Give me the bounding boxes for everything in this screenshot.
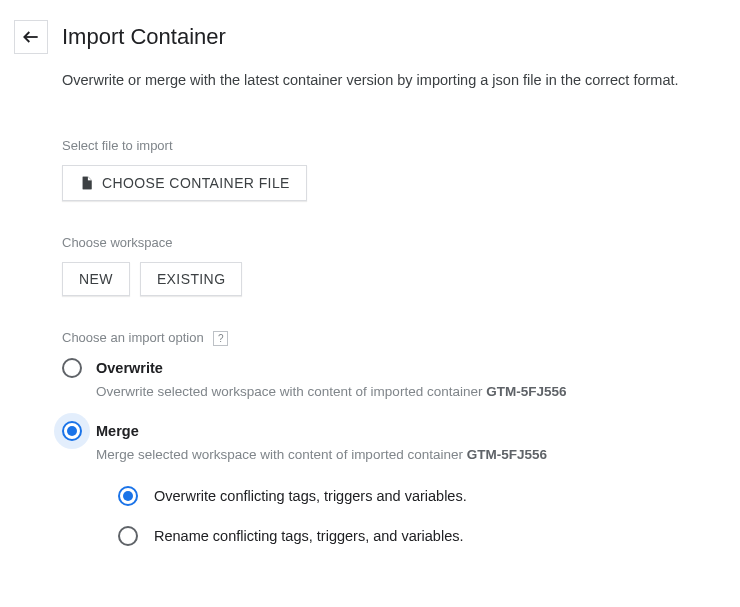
merge-desc: Merge selected workspace with content of… — [96, 447, 720, 462]
page-title: Import Container — [62, 24, 226, 50]
merge-overwrite-conflicts-label: Overwrite conflicting tags, triggers and… — [154, 488, 467, 504]
merge-rename-conflicts-radio[interactable] — [118, 526, 138, 546]
import-option-label: Choose an import option ? — [62, 330, 720, 346]
merge-rename-conflicts-label: Rename conflicting tags, triggers, and v… — [154, 528, 464, 544]
choose-file-button[interactable]: CHOOSE CONTAINER FILE — [62, 165, 307, 201]
file-icon — [79, 174, 94, 192]
merge-overwrite-conflicts-radio[interactable] — [118, 486, 138, 506]
merge-radio[interactable] — [62, 421, 82, 441]
overwrite-radio[interactable] — [62, 358, 82, 378]
help-icon[interactable]: ? — [213, 331, 228, 346]
back-button[interactable] — [14, 20, 48, 54]
new-workspace-button[interactable]: NEW — [62, 262, 130, 296]
choose-file-label: CHOOSE CONTAINER FILE — [102, 175, 290, 191]
file-section-label: Select file to import — [62, 138, 720, 153]
overwrite-title: Overwrite — [96, 360, 163, 376]
arrow-left-icon — [21, 27, 41, 47]
existing-label: EXISTING — [157, 271, 226, 287]
new-label: NEW — [79, 271, 113, 287]
overwrite-desc: Overwrite selected workspace with conten… — [96, 384, 720, 399]
existing-workspace-button[interactable]: EXISTING — [140, 262, 243, 296]
merge-title: Merge — [96, 423, 139, 439]
intro-text: Overwrite or merge with the latest conta… — [62, 72, 720, 88]
workspace-section-label: Choose workspace — [62, 235, 720, 250]
